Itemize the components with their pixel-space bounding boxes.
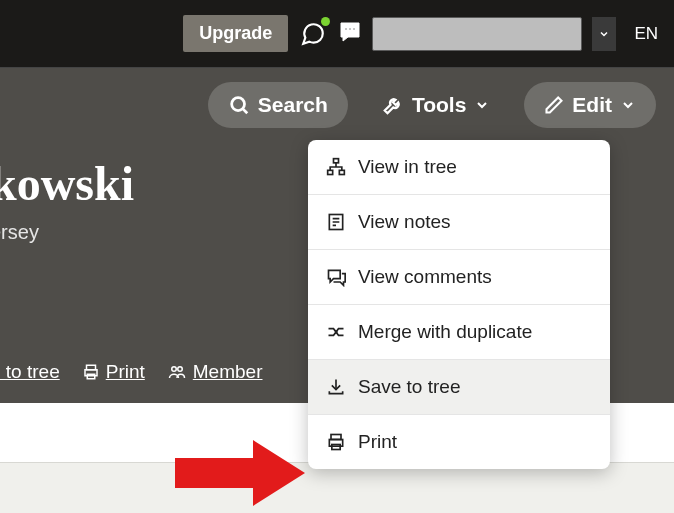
online-status-dot xyxy=(321,17,330,26)
link-label: Print xyxy=(106,361,145,383)
notes-icon xyxy=(326,212,346,232)
tools-button[interactable]: Tools xyxy=(362,82,510,128)
member-link[interactable]: Member xyxy=(167,361,263,383)
menu-print[interactable]: Print xyxy=(308,415,610,469)
people-icon xyxy=(167,363,187,381)
link-label: e to tree xyxy=(0,361,60,383)
account-selector[interactable] xyxy=(372,17,582,51)
search-label: Search xyxy=(258,93,328,117)
menu-view-comments[interactable]: View comments xyxy=(308,250,610,305)
link-label: Member xyxy=(193,361,263,383)
menu-item-label: View notes xyxy=(358,211,451,233)
edit-label: Edit xyxy=(572,93,612,117)
pencil-icon xyxy=(544,95,564,115)
search-icon xyxy=(228,94,250,116)
hero-link-row: e to tree Print Member xyxy=(0,361,262,383)
svg-rect-1 xyxy=(349,28,351,30)
save-to-tree-link[interactable]: e to tree xyxy=(0,361,60,383)
menu-item-label: View comments xyxy=(358,266,492,288)
account-chevron-down-icon[interactable] xyxy=(592,17,616,51)
chat-bubble-icon[interactable] xyxy=(298,19,328,49)
language-switch[interactable]: EN xyxy=(626,24,666,44)
top-bar: Upgrade EN xyxy=(0,0,674,68)
svg-rect-10 xyxy=(334,159,339,163)
action-row: Search Tools Edit xyxy=(0,82,656,128)
upgrade-button[interactable]: Upgrade xyxy=(183,15,288,52)
menu-merge-duplicate[interactable]: Merge with duplicate xyxy=(308,305,610,360)
svg-point-8 xyxy=(172,367,177,372)
svg-point-9 xyxy=(178,367,183,372)
tools-label: Tools xyxy=(412,93,466,117)
menu-item-label: Save to tree xyxy=(358,376,460,398)
search-button[interactable]: Search xyxy=(208,82,348,128)
wrench-icon xyxy=(382,94,404,116)
chevron-down-icon xyxy=(474,97,490,113)
menu-item-label: Print xyxy=(358,431,397,453)
save-icon xyxy=(326,377,346,397)
menu-item-label: Merge with duplicate xyxy=(358,321,532,343)
tree-icon xyxy=(326,157,346,177)
edit-button[interactable]: Edit xyxy=(524,82,656,128)
menu-save-to-tree[interactable]: Save to tree xyxy=(308,360,610,415)
tools-dropdown: View in tree View notes View comments Me… xyxy=(308,140,610,469)
svg-rect-11 xyxy=(328,170,333,174)
message-icon[interactable] xyxy=(338,20,362,48)
svg-rect-12 xyxy=(339,170,344,174)
svg-rect-2 xyxy=(353,28,355,30)
svg-rect-0 xyxy=(345,28,347,30)
print-icon xyxy=(326,432,346,452)
comments-icon xyxy=(326,267,346,287)
menu-view-in-tree[interactable]: View in tree xyxy=(308,140,610,195)
svg-line-4 xyxy=(243,109,247,113)
svg-point-3 xyxy=(231,98,244,111)
menu-item-label: View in tree xyxy=(358,156,457,178)
chevron-down-icon xyxy=(620,97,636,113)
print-icon xyxy=(82,363,100,381)
print-link[interactable]: Print xyxy=(82,361,145,383)
merge-icon xyxy=(326,322,346,342)
menu-view-notes[interactable]: View notes xyxy=(308,195,610,250)
